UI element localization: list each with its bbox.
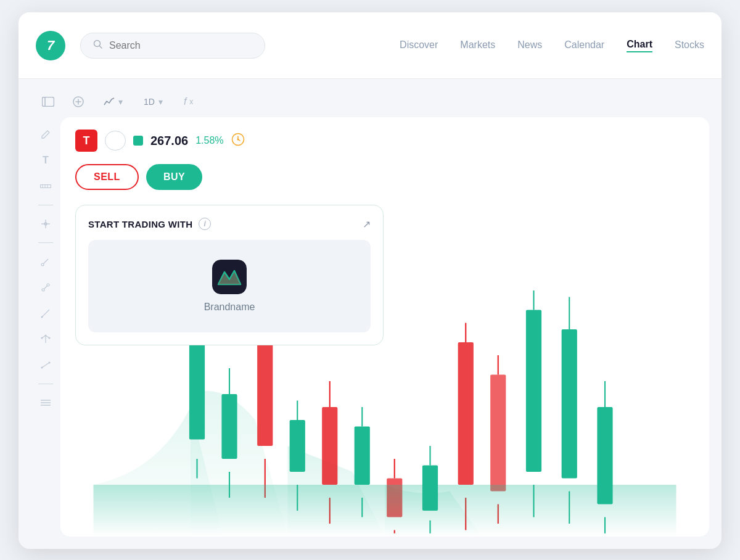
sidebar-divider-3 xyxy=(38,384,53,384)
svg-point-29 xyxy=(49,362,51,364)
svg-point-20 xyxy=(41,316,43,318)
svg-line-27 xyxy=(42,363,49,368)
svg-point-17 xyxy=(42,289,44,291)
add-indicator-btn[interactable] xyxy=(69,94,88,110)
tesla-icon: T xyxy=(75,130,97,152)
main-area: ▾ 1D ▾ f x xyxy=(18,79,722,549)
svg-point-24 xyxy=(45,335,47,337)
trading-card: START TRADING WITH i ↗ xyxy=(75,205,384,345)
chart-content: T xyxy=(31,117,709,537)
svg-rect-45 xyxy=(221,394,237,459)
stock-change: 1.58% xyxy=(195,135,223,146)
crosshair-tool[interactable] xyxy=(37,215,54,233)
logo[interactable]: 7 xyxy=(36,31,65,60)
interval-label: 1D xyxy=(144,97,155,107)
line-tool[interactable] xyxy=(37,253,54,270)
main-nav: Discover Markets News Calendar Chart Sto… xyxy=(400,39,704,52)
stock-header: T 267.06 1.58% xyxy=(75,130,694,152)
nav-discover[interactable]: Discover xyxy=(400,39,438,52)
header: 7 Discover Markets News Calendar Chart S… xyxy=(18,12,722,79)
nav-news[interactable]: News xyxy=(517,39,542,52)
svg-rect-37 xyxy=(212,260,247,294)
logo-text: 7 xyxy=(47,38,54,54)
svg-rect-2 xyxy=(43,97,54,107)
svg-rect-51 xyxy=(290,420,305,472)
svg-point-36 xyxy=(237,138,239,140)
brand-logo xyxy=(212,260,247,294)
fx-btn[interactable]: f x xyxy=(179,94,198,110)
ruler-tool[interactable] xyxy=(37,178,54,195)
svg-rect-66 xyxy=(458,342,474,485)
svg-rect-72 xyxy=(526,310,541,472)
text-tool[interactable]: T xyxy=(37,152,54,169)
chart-wrap: ▾ 1D ▾ f x xyxy=(31,89,709,537)
search-icon xyxy=(93,39,103,52)
interval-btn[interactable]: 1D ▾ xyxy=(139,94,168,109)
svg-rect-7 xyxy=(41,185,51,188)
svg-rect-42 xyxy=(189,342,205,440)
stock-pill[interactable] xyxy=(105,131,126,150)
svg-point-16 xyxy=(47,284,49,286)
svg-rect-57 xyxy=(355,427,370,485)
chart-type-btn[interactable]: ▾ xyxy=(99,94,128,109)
action-buttons: SELL BUY xyxy=(75,164,694,190)
sidebar-tools: T xyxy=(31,117,60,537)
svg-point-26 xyxy=(49,337,51,339)
trading-title-text: START TRADING WITH xyxy=(88,219,192,229)
clock-icon xyxy=(231,133,245,149)
trading-card-header: START TRADING WITH i ↗ xyxy=(88,218,371,230)
search-input[interactable] xyxy=(109,40,252,51)
svg-rect-80 xyxy=(94,485,676,537)
pencil-tool[interactable] xyxy=(37,126,54,143)
svg-line-19 xyxy=(42,310,49,317)
svg-point-14 xyxy=(41,263,44,266)
info-icon[interactable]: i xyxy=(199,218,211,230)
tesla-symbol: T xyxy=(83,134,90,147)
sidebar-divider-1 xyxy=(38,205,53,205)
svg-line-18 xyxy=(44,286,47,289)
svg-line-1 xyxy=(100,46,102,48)
expand-icon[interactable]: ↗ xyxy=(363,218,371,230)
svg-rect-54 xyxy=(322,407,337,485)
toolbar-top: ▾ 1D ▾ f x xyxy=(31,89,709,117)
svg-line-15 xyxy=(44,259,49,264)
nav-calendar[interactable]: Calendar xyxy=(564,39,604,52)
fx-label: f xyxy=(184,96,186,107)
sell-button[interactable]: SELL xyxy=(75,164,139,190)
stock-price: 267.06 xyxy=(150,134,188,148)
diagonal-line-tool[interactable] xyxy=(37,305,54,322)
search-bar[interactable] xyxy=(80,33,265,59)
svg-point-25 xyxy=(41,337,43,339)
app-container: 7 Discover Markets News Calendar Chart S… xyxy=(18,12,722,549)
nav-stocks[interactable]: Stocks xyxy=(675,39,704,52)
color-indicator xyxy=(133,136,143,146)
svg-rect-75 xyxy=(562,329,577,479)
fork-tool[interactable] xyxy=(37,331,54,348)
svg-point-28 xyxy=(41,367,43,369)
brand-name: Brandname xyxy=(204,302,255,313)
trading-title: START TRADING WITH i xyxy=(88,218,211,230)
channel-tool[interactable] xyxy=(37,356,54,374)
panel-toggle-btn[interactable] xyxy=(38,94,58,109)
sidebar-divider-2 xyxy=(38,242,53,243)
brand-card[interactable]: Brandname xyxy=(88,240,371,332)
nav-markets[interactable]: Markets xyxy=(460,39,495,52)
svg-rect-69 xyxy=(490,375,506,492)
chart-panel: T 267.06 1.58% xyxy=(60,117,709,537)
nav-chart[interactable]: Chart xyxy=(627,39,652,52)
buy-button[interactable]: BUY xyxy=(146,164,202,190)
arrow-tool[interactable] xyxy=(37,279,54,296)
menu-tool[interactable] xyxy=(37,394,54,411)
